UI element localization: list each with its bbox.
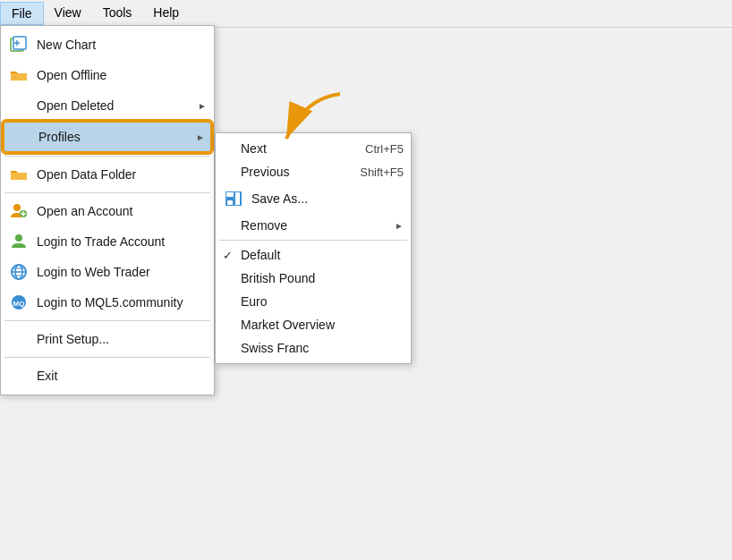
menu-item-profiles[interactable]: Profiles ► (3, 121, 212, 153)
open-data-folder-icon (8, 164, 30, 185)
open-deleted-icon (8, 95, 30, 116)
menu-item-open-deleted[interactable]: Open Deleted ► (1, 90, 214, 121)
file-menu-panel: New Chart Open Offline Open Deleted ► Pr… (0, 25, 215, 395)
profiles-item-market-overview[interactable]: Market Overview (216, 313, 411, 336)
profiles-item-default[interactable]: ✓ Default (216, 243, 411, 267)
next-label: Next (241, 141, 329, 156)
menubar-item-tools[interactable]: Tools (92, 2, 143, 25)
profiles-icon (10, 126, 31, 148)
default-label: Default (241, 248, 404, 262)
previous-shortcut: Shift+F5 (360, 165, 404, 179)
svg-point-9 (15, 234, 22, 242)
menu-item-login-trade[interactable]: Login to Trade Account (1, 226, 214, 257)
menubar-item-help[interactable]: Help (142, 2, 190, 25)
login-trade-icon (8, 231, 30, 252)
profiles-submenu-panel: Next Ctrl+F5 Previous Shift+F5 Save As. (215, 132, 412, 364)
remove-arrow: ► (395, 221, 404, 231)
separator-1 (4, 156, 210, 157)
menubar-item-file[interactable]: File (0, 2, 44, 25)
menu-item-print-setup[interactable]: Print Setup... (1, 324, 214, 354)
save-as-icon (223, 188, 244, 209)
menu-item-exit[interactable]: Exit (1, 361, 214, 391)
open-deleted-arrow: ► (198, 101, 207, 111)
login-mql-label: Login to MQL5.community (37, 295, 207, 310)
open-offline-folder-icon (8, 64, 30, 86)
menubar-item-view[interactable]: View (44, 2, 92, 25)
svg-rect-21 (226, 192, 234, 197)
profiles-item-euro[interactable]: Euro (216, 290, 411, 313)
print-setup-label: Print Setup... (37, 332, 207, 346)
profiles-label: Profiles (38, 130, 189, 144)
svg-text:MQ: MQ (13, 300, 25, 308)
menu-item-new-chart[interactable]: New Chart (1, 30, 214, 60)
default-check: ✓ (223, 249, 237, 262)
new-chart-icon (8, 34, 30, 55)
previous-label: Previous (241, 165, 324, 179)
profiles-item-previous[interactable]: Previous Shift+F5 (216, 160, 411, 183)
login-trade-label: Login to Trade Account (37, 234, 207, 249)
remove-label: Remove (241, 218, 387, 233)
profiles-item-british-pound[interactable]: British Pound (216, 267, 411, 290)
save-as-label: Save As... (251, 191, 404, 206)
new-chart-label: New Chart (37, 38, 207, 52)
print-setup-icon (8, 328, 30, 350)
euro-label: Euro (241, 294, 404, 309)
menu-item-open-offline[interactable]: Open Offline (1, 60, 214, 90)
british-pound-label: British Pound (241, 271, 404, 285)
profiles-item-save-as[interactable]: Save As... (216, 183, 411, 214)
next-shortcut: Ctrl+F5 (365, 142, 404, 156)
profiles-item-remove[interactable]: Remove ► (216, 214, 411, 237)
open-account-icon (8, 200, 30, 222)
svg-rect-22 (235, 192, 240, 205)
svg-point-5 (13, 204, 21, 211)
menubar-tools-label: Tools (103, 5, 132, 20)
profiles-separator-1 (219, 240, 407, 241)
menubar: File View Tools Help (0, 0, 732, 28)
login-web-icon (8, 261, 30, 283)
open-data-folder-label: Open Data Folder (37, 167, 207, 182)
profiles-item-swiss-franc[interactable]: Swiss Franc (216, 336, 411, 360)
menubar-help-label: Help (153, 5, 179, 20)
menu-item-open-account[interactable]: Open an Account (1, 196, 214, 226)
svg-rect-20 (227, 200, 233, 205)
menu-item-open-data-folder[interactable]: Open Data Folder (1, 159, 214, 190)
separator-3 (4, 320, 210, 321)
separator-2 (4, 192, 210, 193)
exit-label: Exit (37, 369, 207, 383)
separator-4 (4, 357, 210, 358)
profiles-arrow: ► (196, 132, 205, 142)
market-overview-label: Market Overview (241, 318, 404, 332)
login-mql-icon: MQ (8, 292, 30, 313)
exit-icon (8, 365, 30, 386)
open-offline-label: Open Offline (37, 68, 207, 82)
open-deleted-label: Open Deleted (37, 98, 191, 113)
profiles-item-next[interactable]: Next Ctrl+F5 (216, 137, 411, 160)
login-web-label: Login to Web Trader (37, 265, 207, 279)
swiss-franc-label: Swiss Franc (241, 341, 404, 355)
menubar-view-label: View (55, 5, 81, 20)
dropdown-container: New Chart Open Offline Open Deleted ► Pr… (0, 25, 412, 395)
open-account-label: Open an Account (37, 204, 207, 218)
menu-item-login-web[interactable]: Login to Web Trader (1, 257, 214, 287)
menubar-file-label: File (12, 6, 32, 21)
menu-item-login-mql[interactable]: MQ Login to MQL5.community (1, 287, 214, 318)
